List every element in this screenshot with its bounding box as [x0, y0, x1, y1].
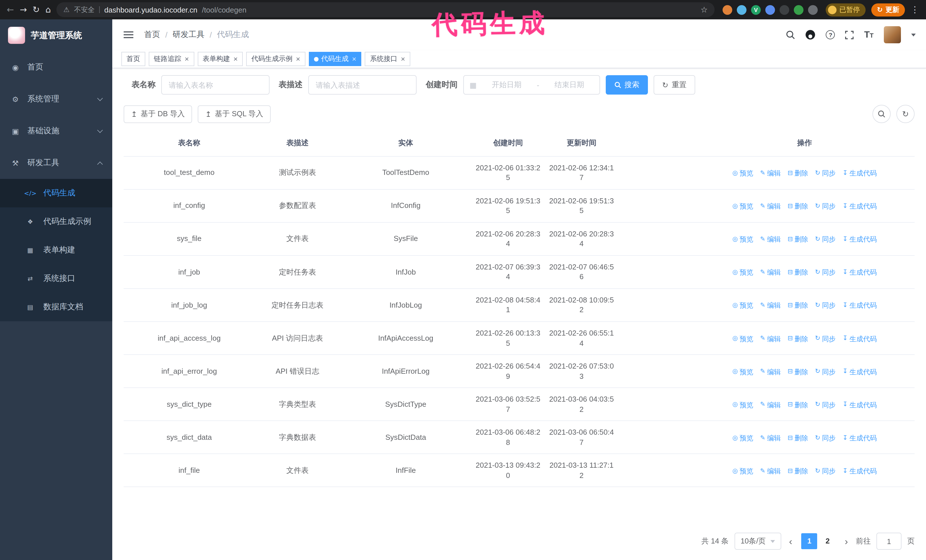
action-edit-link[interactable]: ✎编辑	[760, 169, 781, 178]
action-preview-link[interactable]: ◎预览	[732, 433, 754, 443]
action-edit-link[interactable]: ✎编辑	[760, 202, 781, 211]
action-delete-link[interactable]: ⊟删除	[788, 301, 808, 310]
update-button[interactable]: ↻ 更新	[871, 3, 905, 16]
next-page-button[interactable]: ›	[843, 536, 850, 546]
sidebar-subitem-system-api[interactable]: ⇄系统接口	[0, 264, 112, 293]
breadcrumb-item[interactable]: 代码生成	[217, 30, 249, 40]
font-size-icon[interactable]: TT	[864, 30, 873, 39]
app-logo[interactable]: 芋道管理系统	[0, 20, 112, 51]
action-preview-link[interactable]: ◎预览	[732, 400, 754, 410]
bookmark-star-icon[interactable]: ☆	[701, 5, 708, 14]
tab-codegen-example[interactable]: 代码生成示例×	[246, 52, 305, 66]
user-avatar[interactable]	[884, 26, 901, 43]
prev-page-button[interactable]: ‹	[787, 536, 794, 546]
address-bar[interactable]: ⚠ 不安全 dashboard.yudao.iocoder.cn/tool/co…	[57, 2, 714, 17]
action-sync-link[interactable]: ↻同步	[815, 202, 836, 211]
action-generate-link[interactable]: ↧生成代码	[843, 301, 877, 310]
action-sync-link[interactable]: ↻同步	[815, 433, 836, 443]
page-button-2[interactable]: 2	[820, 533, 836, 549]
action-generate-link[interactable]: ↧生成代码	[843, 169, 877, 178]
action-delete-link[interactable]: ⊟删除	[788, 169, 808, 178]
sidebar-subitem-db-doc[interactable]: ▤数据库文档	[0, 293, 112, 321]
back-icon[interactable]: ←	[7, 5, 14, 15]
extension-icon-ext-3[interactable]: V	[751, 5, 761, 15]
extension-icon-ext-5[interactable]	[779, 5, 789, 15]
action-preview-link[interactable]: ◎预览	[732, 202, 754, 211]
goto-page-input[interactable]	[876, 533, 902, 550]
action-preview-link[interactable]: ◎预览	[732, 268, 754, 277]
action-generate-link[interactable]: ↧生成代码	[843, 466, 877, 476]
action-sync-link[interactable]: ↻同步	[815, 334, 836, 343]
action-delete-link[interactable]: ⊟删除	[788, 466, 808, 476]
refresh-table-button[interactable]: ↻	[896, 105, 915, 123]
breadcrumb-item[interactable]: 研发工具	[172, 30, 204, 40]
action-preview-link[interactable]: ◎预览	[732, 466, 754, 476]
table-desc-input[interactable]	[308, 75, 416, 95]
action-edit-link[interactable]: ✎编辑	[760, 433, 781, 443]
action-preview-link[interactable]: ◎预览	[732, 334, 754, 343]
action-edit-link[interactable]: ✎编辑	[760, 235, 781, 244]
reset-button[interactable]: ↻ 重置	[654, 75, 695, 95]
sidebar-item-system[interactable]: ⚙系统管理	[0, 83, 112, 115]
search-button[interactable]: 搜索	[606, 75, 648, 95]
action-generate-link[interactable]: ↧生成代码	[843, 334, 877, 343]
action-delete-link[interactable]: ⊟删除	[788, 367, 808, 376]
action-preview-link[interactable]: ◎预览	[732, 367, 754, 376]
close-tab-icon[interactable]: ×	[185, 55, 189, 63]
action-sync-link[interactable]: ↻同步	[815, 268, 836, 277]
action-preview-link[interactable]: ◎预览	[732, 301, 754, 310]
action-generate-link[interactable]: ↧生成代码	[843, 400, 877, 410]
action-delete-link[interactable]: ⊟删除	[788, 334, 808, 343]
tab-form-builder[interactable]: 表单构建×	[197, 52, 243, 66]
sidebar-subitem-codegen-example[interactable]: ❖代码生成示例	[0, 207, 112, 236]
breadcrumb-item[interactable]: 首页	[144, 30, 160, 40]
extension-icon-ext-6[interactable]	[794, 5, 803, 15]
action-delete-link[interactable]: ⊟删除	[788, 433, 808, 443]
action-edit-link[interactable]: ✎编辑	[760, 466, 781, 476]
tab-tracing[interactable]: 链路追踪×	[149, 52, 194, 66]
sidebar-subitem-form-builder[interactable]: ▦表单构建	[0, 236, 112, 264]
action-edit-link[interactable]: ✎编辑	[760, 301, 781, 310]
action-sync-link[interactable]: ↻同步	[815, 466, 836, 476]
close-tab-icon[interactable]: ×	[233, 55, 238, 63]
tab-system-api[interactable]: 系统接口×	[365, 52, 410, 66]
avatar-dropdown-icon[interactable]	[911, 33, 916, 36]
extension-icon-ext-4[interactable]	[765, 5, 775, 15]
sidebar-item-devtools[interactable]: ⚒研发工具	[0, 147, 112, 179]
action-generate-link[interactable]: ↧生成代码	[843, 367, 877, 376]
browser-menu-icon[interactable]: ⋮	[911, 5, 919, 15]
action-edit-link[interactable]: ✎编辑	[760, 400, 781, 410]
sidebar-item-home[interactable]: ◉首页	[0, 51, 112, 83]
action-sync-link[interactable]: ↻同步	[815, 301, 836, 310]
action-sync-link[interactable]: ↻同步	[815, 235, 836, 244]
import-sql-button[interactable]: ↥ 基于 SQL 导入	[198, 105, 270, 123]
action-edit-link[interactable]: ✎编辑	[760, 367, 781, 376]
action-preview-link[interactable]: ◎预览	[732, 235, 754, 244]
help-icon[interactable]: ?	[826, 30, 835, 39]
close-tab-icon[interactable]: ×	[296, 55, 300, 63]
close-tab-icon[interactable]: ×	[401, 55, 405, 63]
tab-home[interactable]: 首页	[121, 52, 145, 66]
action-delete-link[interactable]: ⊟删除	[788, 202, 808, 211]
reload-icon[interactable]: ↻	[32, 5, 39, 15]
close-tab-icon[interactable]: ×	[352, 55, 356, 63]
action-generate-link[interactable]: ↧生成代码	[843, 235, 877, 244]
page-size-select[interactable]: 10条/页	[734, 533, 781, 550]
extension-icon-ext-7[interactable]	[808, 5, 818, 15]
collapse-sidebar-button[interactable]	[123, 29, 134, 41]
table-name-input[interactable]	[161, 75, 269, 95]
search-icon[interactable]	[786, 30, 795, 39]
home-icon[interactable]: ⌂	[45, 5, 51, 15]
action-sync-link[interactable]: ↻同步	[815, 400, 836, 410]
paused-badge[interactable]: 已暂停	[826, 3, 865, 16]
date-range-picker[interactable]: ▦ 开始日期 - 结束日期	[463, 75, 600, 95]
sidebar-item-infra[interactable]: ▣基础设施	[0, 115, 112, 147]
fullscreen-icon[interactable]	[845, 30, 854, 39]
sidebar-subitem-codegen[interactable]: </>代码生成	[0, 179, 112, 207]
action-sync-link[interactable]: ↻同步	[815, 367, 836, 376]
extension-icon-ext-2[interactable]	[737, 5, 746, 15]
action-generate-link[interactable]: ↧生成代码	[843, 433, 877, 443]
action-delete-link[interactable]: ⊟删除	[788, 235, 808, 244]
forward-icon[interactable]: →	[20, 5, 27, 15]
action-generate-link[interactable]: ↧生成代码	[843, 268, 877, 277]
